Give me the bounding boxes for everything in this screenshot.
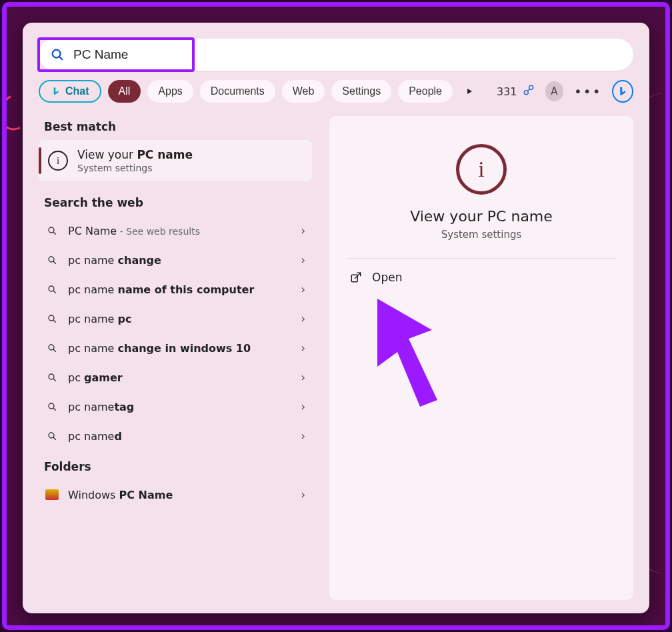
bing-icon: [51, 86, 61, 97]
search-icon: [45, 255, 59, 265]
web-result-text: pc nametag: [68, 401, 291, 413]
chevron-right-icon: ›: [301, 488, 305, 501]
search-icon: [45, 343, 59, 353]
web-result[interactable]: PC Name - See web results›: [39, 216, 312, 245]
web-result-text: pc gamer: [68, 371, 291, 384]
folders-heading: Folders: [44, 460, 312, 473]
rewards-points[interactable]: 331: [493, 84, 539, 99]
more-menu[interactable]: •••: [570, 83, 605, 99]
web-result-text: pc named: [68, 430, 291, 443]
rewards-icon: [523, 84, 535, 99]
svg-point-3: [529, 85, 533, 89]
web-result-text: pc name name of this computer: [68, 283, 291, 296]
points-value: 331: [497, 85, 517, 98]
open-icon: [349, 271, 363, 283]
search-bar[interactable]: [39, 39, 633, 71]
svg-line-15: [53, 379, 55, 381]
preview-info-icon: i: [456, 144, 507, 195]
results-column: Best match i View your PC name System se…: [39, 116, 312, 600]
search-icon: [45, 313, 59, 324]
svg-point-2: [524, 91, 528, 95]
chevron-right-icon: ›: [301, 400, 305, 413]
chevron-right-icon: ›: [301, 371, 305, 384]
svg-line-1: [59, 57, 62, 59]
web-result[interactable]: pc named›: [39, 421, 312, 451]
search-icon: [45, 401, 59, 412]
filter-row: Chat All Apps Documents Web Settings Peo…: [39, 80, 633, 103]
apps-filter[interactable]: Apps: [147, 80, 193, 103]
svg-line-9: [53, 291, 55, 293]
svg-line-11: [53, 320, 55, 322]
more-filters-arrow[interactable]: [459, 80, 479, 103]
web-result[interactable]: pc name change in windows 10›: [39, 333, 312, 363]
search-icon: [49, 47, 65, 63]
folder-icon: [45, 489, 59, 500]
documents-filter[interactable]: Documents: [200, 80, 275, 103]
avatar-initial: A: [551, 85, 557, 97]
web-result-text: PC Name - See web results: [68, 225, 291, 237]
best-match-title: View your PC name: [77, 148, 193, 161]
search-panel: Chat All Apps Documents Web Settings Peo…: [23, 23, 649, 613]
search-icon: [45, 284, 59, 295]
web-result[interactable]: pc name name of this computer›: [39, 275, 312, 304]
folder-result-text: Windows PC Name: [68, 489, 291, 501]
web-result-text: pc name pc: [68, 313, 291, 325]
search-icon: [45, 225, 59, 236]
best-match-result[interactable]: i View your PC name System settings: [39, 140, 312, 181]
web-filter[interactable]: Web: [282, 80, 325, 103]
search-web-heading: Search the web: [44, 196, 312, 209]
search-input[interactable]: [72, 47, 619, 63]
chevron-right-icon: ›: [301, 253, 305, 267]
svg-line-19: [53, 437, 55, 439]
web-result[interactable]: pc nametag›: [39, 392, 312, 421]
info-icon: i: [48, 151, 68, 171]
preview-panel: i View your PC name System settings Open: [329, 116, 633, 600]
web-result[interactable]: pc name change›: [39, 245, 312, 275]
chevron-right-icon: ›: [301, 341, 305, 355]
divider: [347, 258, 616, 259]
svg-line-5: [53, 232, 55, 234]
avatar[interactable]: A: [545, 81, 564, 101]
preview-title: View your PC name: [347, 208, 616, 225]
web-result[interactable]: pc gamer›: [39, 363, 312, 392]
open-action[interactable]: Open: [347, 263, 616, 292]
best-match-heading: Best match: [44, 120, 312, 133]
chevron-right-icon: ›: [301, 283, 305, 296]
svg-line-17: [53, 408, 55, 410]
bing-chat-button[interactable]: [612, 80, 633, 103]
chevron-right-icon: ›: [301, 224, 305, 237]
folder-result[interactable]: Windows PC Name›: [39, 480, 312, 509]
people-filter[interactable]: People: [398, 80, 453, 103]
chevron-right-icon: ›: [301, 429, 305, 443]
web-result-text: pc name change in windows 10: [68, 342, 291, 355]
all-filter[interactable]: All: [108, 80, 141, 103]
chat-label: Chat: [65, 85, 89, 97]
web-result[interactable]: pc name pc›: [39, 304, 312, 333]
preview-subtitle: System settings: [347, 229, 616, 241]
open-label: Open: [372, 271, 402, 284]
search-icon: [45, 431, 59, 441]
svg-line-13: [53, 349, 55, 351]
svg-line-7: [53, 261, 55, 263]
search-icon: [45, 372, 59, 383]
chat-filter[interactable]: Chat: [39, 80, 101, 103]
web-result-text: pc name change: [68, 254, 291, 267]
settings-filter[interactable]: Settings: [331, 80, 391, 103]
best-match-subtitle: System settings: [77, 163, 193, 173]
chevron-right-icon: ›: [301, 312, 305, 325]
